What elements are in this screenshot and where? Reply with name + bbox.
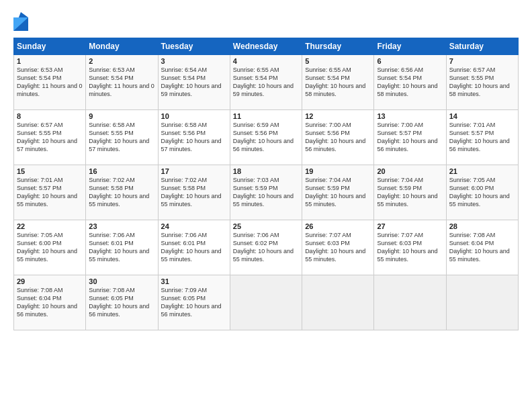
calendar-cell: 16 Sunrise: 7:02 AM Sunset: 5:58 PM Dayl…: [86, 165, 158, 220]
calendar-header-friday: Friday: [374, 38, 446, 55]
calendar-week-5: 29 Sunrise: 7:08 AM Sunset: 6:04 PM Dayl…: [14, 275, 519, 330]
day-number: 22: [17, 222, 83, 230]
calendar-cell: 3 Sunrise: 6:54 AM Sunset: 5:54 PM Dayli…: [158, 55, 230, 110]
calendar-header-sunday: Sunday: [14, 38, 86, 55]
day-number: 7: [449, 57, 515, 65]
calendar-cell: [302, 275, 374, 330]
calendar-cell: 15 Sunrise: 7:01 AM Sunset: 5:57 PM Dayl…: [14, 165, 86, 220]
cell-info: Sunrise: 6:53 AM Sunset: 5:54 PM Dayligh…: [89, 66, 154, 99]
calendar-cell: [230, 275, 302, 330]
day-number: 6: [377, 57, 443, 65]
cell-info: Sunrise: 6:59 AM Sunset: 5:56 PM Dayligh…: [233, 121, 299, 154]
calendar-cell: 1 Sunrise: 6:53 AM Sunset: 5:54 PM Dayli…: [14, 55, 86, 110]
cell-info: Sunrise: 7:04 AM Sunset: 5:59 PM Dayligh…: [305, 176, 371, 209]
calendar-header-tuesday: Tuesday: [158, 38, 230, 55]
calendar-week-1: 1 Sunrise: 6:53 AM Sunset: 5:54 PM Dayli…: [14, 55, 519, 110]
day-number: 29: [17, 277, 83, 285]
cell-info: Sunrise: 7:06 AM Sunset: 6:01 PM Dayligh…: [89, 231, 154, 264]
calendar-cell: 14 Sunrise: 7:01 AM Sunset: 5:57 PM Dayl…: [446, 110, 518, 165]
calendar-cell: 9 Sunrise: 6:58 AM Sunset: 5:55 PM Dayli…: [86, 110, 158, 165]
day-number: 18: [233, 167, 299, 175]
calendar-header-monday: Monday: [86, 38, 158, 55]
calendar-header-row: SundayMondayTuesdayWednesdayThursdayFrid…: [14, 38, 519, 55]
logo: [13, 12, 31, 31]
cell-info: Sunrise: 7:08 AM Sunset: 6:04 PM Dayligh…: [449, 231, 515, 264]
calendar-cell: 6 Sunrise: 6:56 AM Sunset: 5:54 PM Dayli…: [374, 55, 446, 110]
calendar-cell: 2 Sunrise: 6:53 AM Sunset: 5:54 PM Dayli…: [86, 55, 158, 110]
cell-info: Sunrise: 7:02 AM Sunset: 5:58 PM Dayligh…: [161, 176, 227, 209]
cell-info: Sunrise: 6:57 AM Sunset: 5:55 PM Dayligh…: [449, 66, 515, 99]
day-number: 25: [233, 222, 299, 230]
calendar-cell: 10 Sunrise: 6:58 AM Sunset: 5:56 PM Dayl…: [158, 110, 230, 165]
calendar-cell: 27 Sunrise: 7:07 AM Sunset: 6:03 PM Dayl…: [374, 220, 446, 275]
header: [13, 12, 519, 31]
day-number: 20: [377, 167, 443, 175]
day-number: 15: [17, 167, 83, 175]
day-number: 14: [449, 112, 515, 120]
day-number: 26: [305, 222, 371, 230]
calendar-cell: 12 Sunrise: 7:00 AM Sunset: 5:56 PM Dayl…: [302, 110, 374, 165]
cell-info: Sunrise: 7:05 AM Sunset: 6:00 PM Dayligh…: [17, 231, 83, 264]
calendar-cell: 23 Sunrise: 7:06 AM Sunset: 6:01 PM Dayl…: [86, 220, 158, 275]
calendar-table: SundayMondayTuesdayWednesdayThursdayFrid…: [13, 38, 519, 330]
day-number: 8: [17, 112, 83, 120]
cell-info: Sunrise: 6:55 AM Sunset: 5:54 PM Dayligh…: [305, 66, 371, 99]
cell-info: Sunrise: 6:53 AM Sunset: 5:54 PM Dayligh…: [17, 66, 83, 99]
calendar-cell: 29 Sunrise: 7:08 AM Sunset: 6:04 PM Dayl…: [14, 275, 86, 330]
cell-info: Sunrise: 7:07 AM Sunset: 6:03 PM Dayligh…: [305, 231, 371, 264]
calendar-cell: 13 Sunrise: 7:00 AM Sunset: 5:57 PM Dayl…: [374, 110, 446, 165]
calendar-header-wednesday: Wednesday: [230, 38, 302, 55]
cell-info: Sunrise: 7:06 AM Sunset: 6:02 PM Dayligh…: [233, 231, 299, 264]
cell-info: Sunrise: 6:54 AM Sunset: 5:54 PM Dayligh…: [161, 66, 227, 99]
day-number: 27: [377, 222, 443, 230]
logo-icon: [13, 12, 28, 31]
day-number: 11: [233, 112, 299, 120]
cell-info: Sunrise: 7:04 AM Sunset: 5:59 PM Dayligh…: [377, 176, 443, 209]
day-number: 12: [305, 112, 371, 120]
calendar-cell: 25 Sunrise: 7:06 AM Sunset: 6:02 PM Dayl…: [230, 220, 302, 275]
cell-info: Sunrise: 7:06 AM Sunset: 6:01 PM Dayligh…: [161, 231, 227, 264]
day-number: 17: [161, 167, 227, 175]
calendar-cell: 20 Sunrise: 7:04 AM Sunset: 5:59 PM Dayl…: [374, 165, 446, 220]
cell-info: Sunrise: 7:09 AM Sunset: 6:05 PM Dayligh…: [161, 286, 227, 319]
calendar-cell: 19 Sunrise: 7:04 AM Sunset: 5:59 PM Dayl…: [302, 165, 374, 220]
day-number: 5: [305, 57, 371, 65]
calendar-cell: [446, 275, 518, 330]
calendar-cell: 5 Sunrise: 6:55 AM Sunset: 5:54 PM Dayli…: [302, 55, 374, 110]
calendar-cell: 7 Sunrise: 6:57 AM Sunset: 5:55 PM Dayli…: [446, 55, 518, 110]
calendar-cell: 22 Sunrise: 7:05 AM Sunset: 6:00 PM Dayl…: [14, 220, 86, 275]
calendar-cell: 28 Sunrise: 7:08 AM Sunset: 6:04 PM Dayl…: [446, 220, 518, 275]
day-number: 13: [377, 112, 443, 120]
calendar-cell: 30 Sunrise: 7:08 AM Sunset: 6:05 PM Dayl…: [86, 275, 158, 330]
calendar-cell: 4 Sunrise: 6:55 AM Sunset: 5:54 PM Dayli…: [230, 55, 302, 110]
calendar-cell: 24 Sunrise: 7:06 AM Sunset: 6:01 PM Dayl…: [158, 220, 230, 275]
cell-info: Sunrise: 7:03 AM Sunset: 5:59 PM Dayligh…: [233, 176, 299, 209]
day-number: 21: [449, 167, 515, 175]
cell-info: Sunrise: 7:05 AM Sunset: 6:00 PM Dayligh…: [449, 176, 515, 209]
day-number: 16: [89, 167, 154, 175]
cell-info: Sunrise: 7:00 AM Sunset: 5:57 PM Dayligh…: [377, 121, 443, 154]
calendar-cell: 26 Sunrise: 7:07 AM Sunset: 6:03 PM Dayl…: [302, 220, 374, 275]
day-number: 9: [89, 112, 154, 120]
cell-info: Sunrise: 7:02 AM Sunset: 5:58 PM Dayligh…: [89, 176, 154, 209]
cell-info: Sunrise: 7:01 AM Sunset: 5:57 PM Dayligh…: [449, 121, 515, 154]
cell-info: Sunrise: 7:07 AM Sunset: 6:03 PM Dayligh…: [377, 231, 443, 264]
day-number: 30: [89, 277, 154, 285]
calendar-cell: [374, 275, 446, 330]
cell-info: Sunrise: 6:55 AM Sunset: 5:54 PM Dayligh…: [233, 66, 299, 99]
day-number: 24: [161, 222, 227, 230]
day-number: 10: [161, 112, 227, 120]
cell-info: Sunrise: 6:56 AM Sunset: 5:54 PM Dayligh…: [377, 66, 443, 99]
cell-info: Sunrise: 7:00 AM Sunset: 5:56 PM Dayligh…: [305, 121, 371, 154]
day-number: 28: [449, 222, 515, 230]
day-number: 2: [89, 57, 154, 65]
cell-info: Sunrise: 6:58 AM Sunset: 5:56 PM Dayligh…: [161, 121, 227, 154]
day-number: 23: [89, 222, 154, 230]
cell-info: Sunrise: 7:01 AM Sunset: 5:57 PM Dayligh…: [17, 176, 83, 209]
calendar-week-3: 15 Sunrise: 7:01 AM Sunset: 5:57 PM Dayl…: [14, 165, 519, 220]
day-number: 3: [161, 57, 227, 65]
day-number: 31: [161, 277, 227, 285]
calendar-week-2: 8 Sunrise: 6:57 AM Sunset: 5:55 PM Dayli…: [14, 110, 519, 165]
page: SundayMondayTuesdayWednesdayThursdayFrid…: [0, 0, 532, 411]
cell-info: Sunrise: 7:08 AM Sunset: 6:04 PM Dayligh…: [17, 286, 83, 319]
